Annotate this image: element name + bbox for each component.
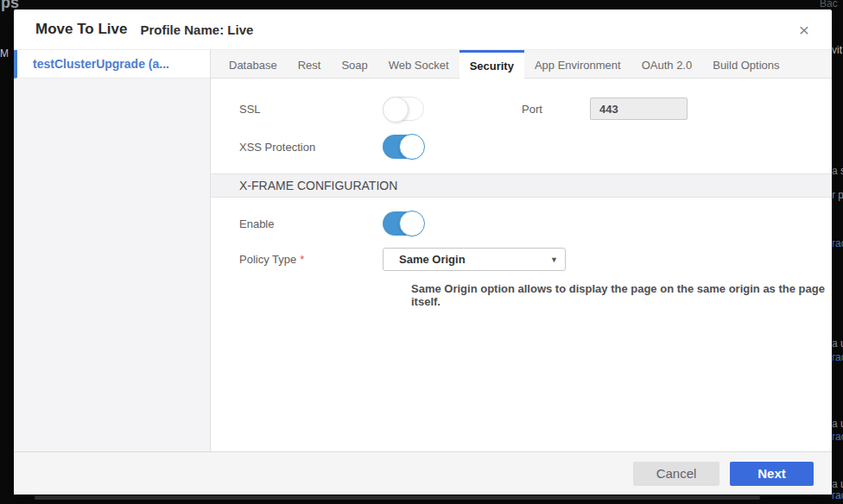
security-panel: SSL Port XSS Protection X-FRAME CONFIGUR… <box>211 79 832 451</box>
settings-tabbar: DatabaseRestSoapWeb SocketSecurityApp En… <box>211 50 832 79</box>
policy-type-select[interactable]: Same Origin ▼ <box>383 248 566 271</box>
policy-help-wrap: Same Origin option allows to display the… <box>211 282 832 308</box>
background-text-fragment: a u <box>832 479 843 489</box>
tab-oauth-2-0[interactable]: OAuth 2.0 <box>631 50 703 78</box>
tab-security[interactable]: Security <box>460 50 524 79</box>
background-text-fragment: rac <box>832 432 843 442</box>
background-text-fragment: vit <box>832 45 842 55</box>
next-button[interactable]: Next <box>730 462 814 486</box>
background-text-fragment: r p <box>832 190 843 200</box>
policy-type-row: Policy Type* Same Origin ▼ <box>211 248 832 277</box>
tab-build-options[interactable]: Build Options <box>702 50 789 78</box>
required-asterisk: * <box>300 253 304 266</box>
toggle-knob <box>399 134 425 160</box>
xframe-enable-toggle[interactable] <box>383 211 424 236</box>
tab-database[interactable]: Database <box>219 50 288 78</box>
background-horizontal-scrollbar[interactable] <box>35 495 760 500</box>
chevron-down-icon: ▼ <box>550 255 558 264</box>
enable-row: Enable <box>211 203 832 244</box>
cluster-sidebar: testClusterUpgrade (a... <box>14 50 211 451</box>
ssl-toggle[interactable] <box>383 97 424 121</box>
tab-soap[interactable]: Soap <box>331 50 377 78</box>
toggle-knob <box>383 97 409 123</box>
dialog-header: Move To Live Profile Name: Live × <box>14 9 832 50</box>
policy-help-text: Same Origin option allows to display the… <box>411 282 832 308</box>
ssl-label: SSL <box>239 103 383 116</box>
toggle-knob <box>399 211 425 236</box>
background-text-fragment: a u <box>832 419 843 429</box>
sidebar-item-cluster[interactable]: testClusterUpgrade (a... <box>14 50 210 79</box>
port-input <box>590 98 688 120</box>
tab-app-environment[interactable]: App Environment <box>524 50 631 78</box>
background-text-fragment: rac <box>832 490 843 501</box>
policy-type-label: Policy Type* <box>239 248 383 266</box>
ssl-row: SSL Port <box>211 90 832 128</box>
policy-type-label-text: Policy Type <box>239 253 296 266</box>
dialog-footer: Cancel Next <box>14 451 832 495</box>
xss-protection-label: XSS Protection <box>239 141 383 154</box>
dialog-content: DatabaseRestSoapWeb SocketSecurityApp En… <box>211 50 832 451</box>
dialog-body: testClusterUpgrade (a... DatabaseRestSoa… <box>14 50 832 451</box>
dialog-title: Move To Live <box>35 21 127 38</box>
xss-protection-toggle[interactable] <box>383 135 424 159</box>
xframe-section-title: X-FRAME CONFIGURATION <box>239 179 397 192</box>
background-text-fragment: Bac <box>820 0 838 9</box>
policy-type-selected-value: Same Origin <box>399 253 466 266</box>
port-label: Port <box>522 103 590 116</box>
enable-label: Enable <box>239 217 383 230</box>
background-text-fragment: M <box>0 48 9 59</box>
move-to-live-dialog: Move To Live Profile Name: Live × testCl… <box>14 9 832 495</box>
xframe-section-header: X-FRAME CONFIGURATION <box>211 173 832 198</box>
cancel-button[interactable]: Cancel <box>633 462 719 486</box>
close-icon[interactable]: × <box>795 19 813 41</box>
background-text-fragment: a u <box>832 338 843 349</box>
xss-row: XSS Protection <box>211 128 832 166</box>
background-text-fragment: rac <box>832 238 843 249</box>
background-text-fragment: a s <box>832 166 843 176</box>
tab-web-socket[interactable]: Web Socket <box>378 50 460 78</box>
background-text-fragment: rac <box>832 352 843 362</box>
tab-rest[interactable]: Rest <box>288 50 332 78</box>
profile-name-label: Profile Name: Live <box>140 22 253 37</box>
